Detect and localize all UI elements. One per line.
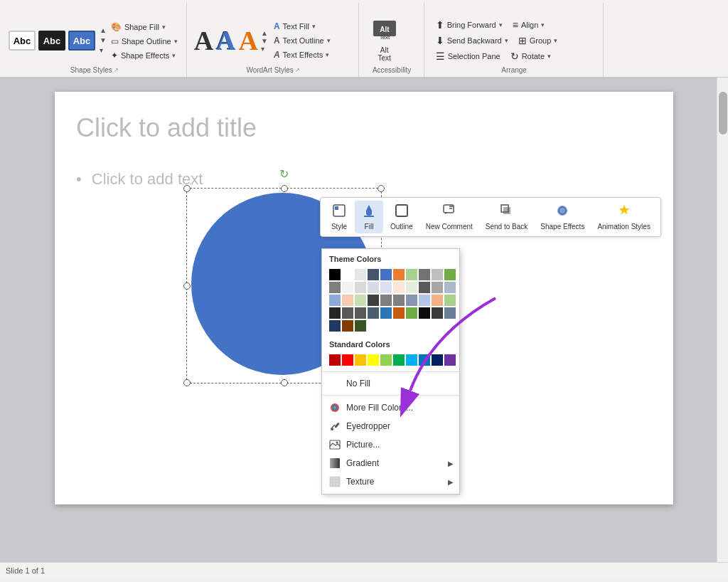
color-cell[interactable]: [419, 269, 430, 280]
standard-color-cell[interactable]: [380, 354, 392, 366]
shape-styles-expand-icon[interactable]: ↗: [114, 67, 119, 73]
color-cell[interactable]: [368, 282, 379, 293]
handle-bottom-left[interactable]: [183, 379, 191, 386]
shape-effects-button[interactable]: ✦ Shape Effects ▾: [108, 49, 181, 62]
ctx-shape-effects-button[interactable]: Shape Effects: [535, 201, 590, 233]
color-cell[interactable]: [329, 269, 341, 280]
color-cell[interactable]: [406, 269, 417, 280]
color-cell[interactable]: [444, 307, 456, 319]
standard-color-cell[interactable]: [355, 354, 366, 366]
standard-color-cell[interactable]: [342, 354, 353, 366]
slide-canvas[interactable]: Click to add title • Click to add text ↻: [55, 92, 673, 504]
color-cell[interactable]: [355, 307, 366, 319]
color-cell[interactable]: [419, 295, 430, 306]
group-button[interactable]: ⊞ Group ▾: [514, 33, 562, 48]
standard-color-cell[interactable]: [329, 354, 341, 366]
color-cell[interactable]: [380, 307, 392, 319]
ctx-animation-styles-button[interactable]: Animation Styles: [592, 201, 655, 233]
standard-color-cell[interactable]: [406, 354, 417, 366]
eyedropper-item[interactable]: Eyedropper: [322, 417, 459, 435]
color-cell[interactable]: [355, 282, 366, 293]
shape-fill-button[interactable]: 🎨 Shape Fill ▾: [108, 21, 181, 33]
shape-swatch-3[interactable]: Abc: [68, 31, 95, 51]
align-button[interactable]: ≡ Align ▾: [508, 18, 550, 32]
color-cell[interactable]: [342, 269, 353, 280]
color-cell[interactable]: [393, 282, 405, 293]
scroll-up-arrow[interactable]: ▲: [100, 26, 107, 36]
wordart-scroll-up[interactable]: ▲: [261, 29, 268, 37]
ctx-style-button[interactable]: Style: [325, 201, 353, 233]
shape-swatch-1[interactable]: Abc: [9, 31, 36, 51]
slide-content-placeholder[interactable]: • Click to add text: [76, 170, 203, 189]
color-cell[interactable]: [393, 295, 405, 306]
color-cell[interactable]: [342, 307, 353, 319]
standard-color-cell[interactable]: [432, 354, 443, 366]
color-cell[interactable]: [419, 307, 430, 319]
ctx-fill-button[interactable]: Fill: [355, 201, 383, 233]
wordart-letter-blue[interactable]: A: [216, 27, 235, 54]
standard-color-cell[interactable]: [444, 354, 456, 366]
texture-item[interactable]: Texture ▶: [322, 472, 459, 491]
color-cell[interactable]: [444, 269, 456, 280]
color-cell[interactable]: [342, 320, 353, 332]
color-cell[interactable]: [355, 320, 366, 332]
text-fill-button[interactable]: A Text Fill ▾: [271, 20, 333, 33]
color-cell[interactable]: [329, 282, 341, 293]
color-cell[interactable]: [355, 269, 366, 280]
alt-text-button[interactable]: Alt Text AltText: [366, 16, 403, 65]
color-cell[interactable]: [380, 295, 392, 306]
color-cell[interactable]: [368, 307, 379, 319]
color-cell[interactable]: [444, 282, 456, 293]
color-cell[interactable]: [406, 282, 417, 293]
wordart-letter-black[interactable]: A: [194, 27, 213, 54]
ctx-send-to-back-button[interactable]: Send to Back: [480, 201, 533, 233]
rotate-button[interactable]: ↻ Rotate ▾: [506, 49, 555, 63]
ctx-new-comment-button[interactable]: New Comment: [420, 201, 478, 233]
color-cell[interactable]: [329, 320, 341, 332]
color-cell[interactable]: [432, 295, 443, 306]
shape-swatch-2[interactable]: Abc: [38, 31, 65, 51]
wordart-expand-icon[interactable]: ↗: [295, 67, 300, 73]
color-cell[interactable]: [380, 269, 392, 280]
handle-top-right[interactable]: [378, 185, 385, 192]
gradient-item[interactable]: Gradient ▶: [322, 454, 459, 472]
text-effects-button[interactable]: A Text Effects ▾: [271, 48, 333, 61]
color-cell[interactable]: [432, 269, 443, 280]
color-cell[interactable]: [406, 307, 417, 319]
selection-pane-button[interactable]: ☰ Selection Pane: [432, 49, 505, 63]
scrollbar-thumb[interactable]: [719, 92, 727, 134]
wordart-scroll-expand[interactable]: ▾: [261, 45, 268, 53]
shape-outline-button[interactable]: ▭ Shape Outline ▾: [108, 35, 181, 48]
slide-title-placeholder[interactable]: Click to add title: [76, 113, 652, 143]
picture-item[interactable]: Picture...: [322, 435, 459, 454]
standard-color-cell[interactable]: [393, 354, 405, 366]
bring-forward-button[interactable]: ⬆ Bring Forward ▾: [432, 18, 507, 32]
standard-color-cell[interactable]: [419, 354, 430, 366]
color-cell[interactable]: [368, 295, 379, 306]
color-cell[interactable]: [432, 307, 443, 319]
handle-bottom-center[interactable]: [281, 379, 288, 386]
color-cell[interactable]: [393, 269, 405, 280]
more-fill-colors-item[interactable]: More Fill Colors...: [322, 398, 459, 417]
color-cell[interactable]: [419, 282, 430, 293]
no-fill-item[interactable]: No Fill: [322, 375, 459, 392]
right-scrollbar[interactable]: [717, 78, 728, 562]
standard-color-cell[interactable]: [368, 354, 379, 366]
color-cell[interactable]: [342, 295, 353, 306]
color-cell[interactable]: [380, 282, 392, 293]
color-cell[interactable]: [393, 307, 405, 319]
color-cell[interactable]: [444, 295, 456, 306]
color-cell[interactable]: [432, 282, 443, 293]
color-cell[interactable]: [329, 295, 341, 306]
color-cell[interactable]: [329, 307, 341, 319]
text-outline-button[interactable]: A Text Outline ▾: [271, 34, 333, 47]
scroll-expand-arrow[interactable]: ▾: [100, 46, 107, 55]
ctx-outline-button[interactable]: Outline: [385, 201, 419, 233]
color-cell[interactable]: [355, 295, 366, 306]
send-backward-button[interactable]: ⬇ Send Backward ▾: [432, 33, 513, 48]
wordart-scroll-down[interactable]: ▼: [261, 37, 268, 45]
color-cell[interactable]: [406, 295, 417, 306]
color-cell[interactable]: [342, 282, 353, 293]
wordart-letter-orange[interactable]: A: [239, 27, 258, 54]
rotate-handle[interactable]: ↻: [279, 167, 289, 181]
